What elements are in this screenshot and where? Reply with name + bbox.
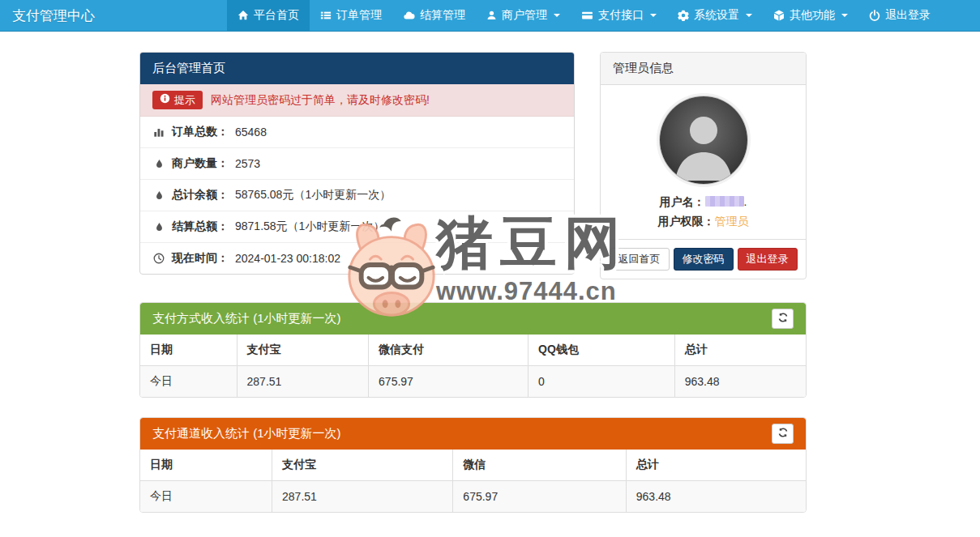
stat-label: 总计余额： (172, 188, 229, 202)
alert-badge: 提示 (152, 91, 203, 109)
table-row: 今日 287.51 675.97 0 963.48 (140, 366, 806, 398)
payment-channel-table: 日期 支付宝 微信 总计 今日 287.51 675.97 963.48 (140, 450, 806, 512)
column-header: QQ钱包 (529, 335, 675, 366)
logout-button[interactable]: 退出登录 (738, 248, 798, 271)
admin-panel-footer: 返回首页 修改密码 退出登录 (601, 239, 806, 279)
stat-value: 58765.08元（1小时更新一次） (235, 188, 391, 202)
nav-item-other-functions[interactable]: 其他功能 (763, 0, 858, 31)
chevron-down-icon (746, 14, 752, 17)
dashboard-panel: 后台管理首页 提示 网站管理员密码过于简单，请及时修改密码! 订单总数： 654… (139, 52, 575, 275)
avatar (660, 96, 747, 184)
payment-method-stats-header: 支付方式收入统计 (1小时更新一次) (140, 303, 806, 335)
stat-value: 2024-01-23 00:18:02 (235, 252, 340, 265)
table-cell: 今日 (140, 481, 272, 513)
column-header: 总计 (626, 450, 806, 481)
admin-panel-title: 管理员信息 (601, 53, 806, 85)
column-header: 支付宝 (237, 335, 369, 366)
stat-row-order-total: 订单总数： 65468 (140, 117, 574, 148)
alert-badge-label: 提示 (174, 94, 195, 107)
top-navbar: 支付管理中心 平台首页 订单管理 结算管理 商户管理 (0, 0, 980, 32)
admin-info-panel: 管理员信息 用户名：. (600, 52, 807, 279)
stat-row-total-balance: 总计余额： 58765.08元（1小时更新一次） (140, 180, 574, 211)
table-cell: 675.97 (453, 481, 626, 513)
payment-method-stats-title: 支付方式收入统计 (1小时更新一次) (152, 311, 341, 326)
nav-item-payment-interface[interactable]: 支付接口 (571, 0, 667, 31)
nav-item-label: 订单管理 (336, 8, 382, 23)
nav-item-label: 结算管理 (420, 8, 465, 23)
username-redacted-value (705, 196, 744, 207)
bar-chart-icon (152, 126, 165, 138)
stat-label: 现在时间： (172, 251, 229, 266)
stat-label: 商户数量： (172, 156, 229, 171)
role-line: 用户权限：管理员 (609, 211, 798, 231)
column-header: 微信 (453, 450, 626, 481)
stat-label: 结算总额： (172, 219, 229, 234)
info-icon (160, 93, 170, 107)
alert-message: 网站管理员密码过于简单，请及时修改密码! (211, 93, 430, 108)
username-suffix: . (744, 195, 747, 208)
stat-row-current-time: 现在时间： 2024-01-23 00:18:02 (140, 243, 574, 274)
chevron-down-icon (841, 14, 848, 17)
drop-icon (152, 221, 165, 232)
password-alert: 提示 网站管理员密码过于简单，请及时修改密码! (140, 84, 574, 117)
clock-icon (152, 253, 165, 264)
role-label: 用户权限： (658, 215, 715, 228)
change-password-button[interactable]: 修改密码 (674, 248, 734, 271)
power-icon (869, 10, 880, 21)
brand-title[interactable]: 支付管理中心 (0, 0, 107, 31)
chevron-down-icon (554, 14, 560, 17)
nav-item-settlement-management[interactable]: 结算管理 (392, 0, 476, 31)
nav-item-label: 支付接口 (598, 8, 644, 23)
nav-item-label: 系统设置 (694, 8, 739, 23)
username-label: 用户名： (660, 195, 705, 208)
refresh-button[interactable] (772, 424, 794, 444)
nav-item-order-management[interactable]: 订单管理 (310, 0, 392, 31)
user-icon (486, 10, 497, 21)
refresh-icon (777, 312, 789, 326)
username-line: 用户名：. (609, 192, 798, 211)
table-cell: 963.48 (674, 366, 806, 398)
nav-item-platform-home[interactable]: 平台首页 (227, 0, 310, 31)
refresh-icon (777, 427, 789, 441)
stat-value: 9871.58元（1小时更新一次） (235, 219, 384, 234)
table-header-row: 日期 支付宝 微信 总计 (140, 450, 806, 481)
stat-row-settlement-total: 结算总额： 9871.58元（1小时更新一次） (140, 211, 574, 243)
nav-item-merchant-management[interactable]: 商户管理 (476, 0, 571, 31)
page-content: 后台管理首页 提示 网站管理员密码过于简单，请及时修改密码! 订单总数： 654… (139, 52, 807, 513)
nav-item-logout[interactable]: 退出登录 (858, 0, 941, 31)
column-header: 日期 (140, 335, 237, 366)
payment-method-stats-panel: 支付方式收入统计 (1小时更新一次) 日期 支付宝 微信支付 QQ钱包 总计 (139, 302, 807, 398)
cube-icon (773, 10, 785, 21)
payment-channel-stats-title: 支付通道收入统计 (1小时更新一次) (152, 426, 341, 441)
table-cell: 287.51 (237, 366, 369, 398)
gear-icon (678, 10, 689, 21)
chevron-down-icon (650, 14, 657, 17)
back-home-button[interactable]: 返回首页 (610, 248, 670, 271)
payment-method-table: 日期 支付宝 微信支付 QQ钱包 总计 今日 287.51 675.97 0 9… (140, 335, 806, 397)
column-header: 总计 (674, 335, 806, 366)
nav-item-system-settings[interactable]: 系统设置 (667, 0, 763, 31)
refresh-button[interactable] (772, 309, 794, 329)
nav-item-label: 退出登录 (885, 8, 931, 23)
role-value: 管理员 (715, 215, 749, 228)
column-header: 支付宝 (272, 450, 453, 481)
drop-icon (152, 190, 165, 201)
admin-panel-body: 用户名：. 用户权限：管理员 (601, 85, 806, 239)
stat-row-merchant-count: 商户数量： 2573 (140, 148, 574, 180)
table-header-row: 日期 支付宝 微信支付 QQ钱包 总计 (140, 335, 806, 366)
list-icon (320, 10, 332, 21)
cloud-icon (403, 10, 415, 21)
nav-item-label: 其他功能 (790, 8, 835, 23)
column-header: 微信支付 (369, 335, 529, 366)
main-nav: 平台首页 订单管理 结算管理 商户管理 支付接口 (227, 0, 941, 31)
stat-label: 订单总数： (172, 125, 229, 139)
table-cell: 675.97 (369, 366, 529, 398)
table-row: 今日 287.51 675.97 963.48 (140, 481, 806, 513)
dashboard-panel-title: 后台管理首页 (140, 53, 574, 84)
payment-channel-stats-header: 支付通道收入统计 (1小时更新一次) (140, 418, 806, 450)
nav-item-label: 平台首页 (254, 8, 299, 23)
stat-value: 2573 (235, 157, 260, 170)
nav-item-label: 商户管理 (502, 8, 547, 23)
payment-channel-stats-panel: 支付通道收入统计 (1小时更新一次) 日期 支付宝 微信 总计 今日 (139, 417, 807, 513)
table-cell: 963.48 (626, 481, 806, 513)
